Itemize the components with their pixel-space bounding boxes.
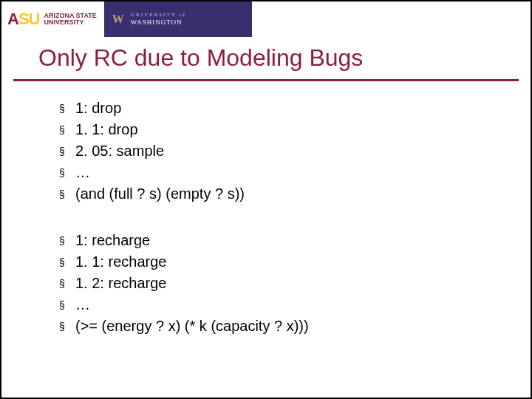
- list-item: §(>= (energy ? x) (* k (capacity ? x))): [59, 316, 501, 337]
- item-text: 2. 05: sample: [75, 140, 164, 162]
- asu-mark: ASU: [7, 11, 39, 27]
- item-text: …: [75, 294, 90, 316]
- item-text: 1. 1: drop: [75, 119, 138, 140]
- asu-logo-block: ASU ARIZONA STATE UNIVERSITY: [1, 1, 104, 37]
- uw-logo-block: W UNIVERSITY of WASHINGTON: [104, 1, 252, 37]
- list-item: §1. 2: recharge: [59, 273, 501, 294]
- content: §1: drop §1. 1: drop §2. 05: sample §… §…: [1, 81, 531, 337]
- slide-title: Only RC due to Modeling Bugs: [38, 44, 501, 72]
- bullet-icon: §: [59, 255, 66, 270]
- list-item: §(and (full ? s) (empty ? s)): [59, 183, 501, 205]
- bullet-icon: §: [59, 123, 66, 137]
- bullet-icon: §: [59, 166, 66, 180]
- list-item: §1: recharge: [59, 230, 501, 251]
- bullet-group-1: §1: drop §1. 1: drop §2. 05: sample §… §…: [59, 98, 501, 205]
- uw-name: UNIVERSITY of WASHINGTON: [131, 12, 186, 26]
- bullet-icon: §: [59, 298, 66, 313]
- bullet-icon: §: [59, 319, 66, 334]
- list-item: §1. 1: recharge: [59, 251, 501, 273]
- item-text: 1. 1: recharge: [75, 251, 166, 273]
- bullet-icon: §: [59, 276, 66, 291]
- uw-w-icon: W: [112, 13, 124, 26]
- bullet-icon: §: [59, 233, 66, 248]
- list-item: §2. 05: sample: [59, 140, 501, 162]
- list-item: §…: [59, 294, 501, 316]
- item-text: 1: recharge: [75, 230, 150, 251]
- asu-logo: ASU: [7, 11, 39, 27]
- bullet-icon: §: [59, 187, 66, 202]
- item-text: 1. 2: recharge: [75, 273, 166, 294]
- slide: ASU ARIZONA STATE UNIVERSITY W UNIVERSIT…: [1, 1, 531, 398]
- banner: ASU ARIZONA STATE UNIVERSITY W UNIVERSIT…: [1, 1, 531, 37]
- item-text: …: [75, 162, 90, 183]
- title-area: Only RC due to Modeling Bugs: [1, 37, 531, 76]
- bullet-icon: §: [59, 144, 66, 159]
- asu-name: ARIZONA STATE UNIVERSITY: [44, 13, 96, 27]
- bullet-icon: §: [59, 101, 66, 116]
- bullet-group-2: §1: recharge §1. 1: recharge §1. 2: rech…: [59, 230, 501, 337]
- list-item: §1. 1: drop: [59, 119, 501, 140]
- item-text: (and (full ? s) (empty ? s)): [75, 183, 245, 205]
- item-text: 1: drop: [75, 98, 121, 119]
- list-item: §…: [59, 162, 501, 183]
- uw-pillar-icon: W: [110, 1, 126, 37]
- list-item: §1: drop: [59, 98, 501, 119]
- item-text: (>= (energy ? x) (* k (capacity ? x))): [75, 316, 309, 337]
